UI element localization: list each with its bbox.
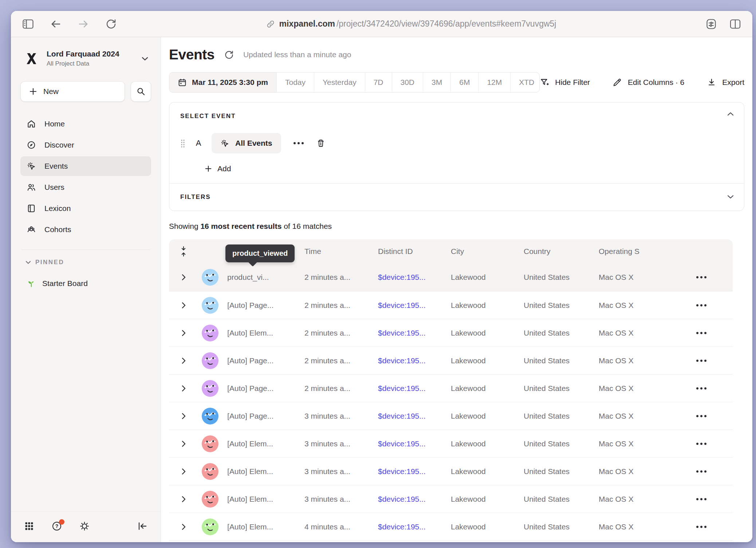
row-actions-button[interactable] <box>696 360 706 362</box>
collapse-rows-icon[interactable] <box>169 246 202 257</box>
distinct-id-link[interactable]: $device:195... <box>378 439 426 448</box>
distinct-id-link[interactable]: $device:195... <box>378 384 426 392</box>
collapse-sidebar-icon[interactable] <box>137 520 148 532</box>
table-row[interactable]: [Auto] Elem... 4 minutes a... $device:19… <box>169 513 733 540</box>
sidebar-item-starter-board[interactable]: Starter Board <box>20 274 151 293</box>
reload-icon[interactable] <box>105 18 117 30</box>
range-3m[interactable]: 3M <box>423 73 450 92</box>
distinct-id-link[interactable]: $device:195... <box>378 301 426 309</box>
os-cell: Mac OS X <box>599 467 673 476</box>
trash-icon[interactable] <box>316 138 326 148</box>
distinct-id-link[interactable]: $device:195... <box>378 495 426 503</box>
search-button[interactable] <box>131 81 151 102</box>
sidebar-item-discover[interactable]: Discover <box>20 135 151 155</box>
event-selector-pill[interactable]: All Events <box>212 133 281 153</box>
row-expand-chevron[interactable] <box>169 468 202 475</box>
table-row[interactable]: [Auto] Elem... 3 minutes a... $device:19… <box>169 430 733 457</box>
row-expand-chevron[interactable] <box>169 302 202 309</box>
column-header-country[interactable]: Country <box>524 247 599 256</box>
hide-filter-button[interactable]: Hide Filter <box>540 78 590 87</box>
distinct-id-link[interactable]: $device:195... <box>378 412 426 420</box>
range-30d[interactable]: 30D <box>392 73 423 92</box>
sidebar-item-cohorts[interactable]: Cohorts <box>20 220 151 239</box>
row-actions-button[interactable] <box>696 332 706 334</box>
row-expand-chevron[interactable] <box>169 385 202 392</box>
chevron-down-icon[interactable] <box>727 195 734 199</box>
row-actions-button[interactable] <box>696 304 706 306</box>
sidebar-item-lexicon[interactable]: Lexicon <box>20 199 151 218</box>
table-row[interactable]: [Auto] Elem... 3 minutes a... $device:19… <box>169 457 733 485</box>
row-actions-button[interactable] <box>696 443 706 445</box>
events-cursor-icon <box>220 139 229 148</box>
chevron-up-icon[interactable] <box>727 112 734 116</box>
range-7d[interactable]: 7D <box>365 73 392 92</box>
browser-sidebar-toggle-icon[interactable] <box>22 18 34 30</box>
distinct-id-link[interactable]: $device:195... <box>378 329 426 337</box>
filters-section[interactable]: FILTERS <box>169 184 744 211</box>
row-expand-chevron[interactable] <box>169 329 202 337</box>
add-event-button[interactable]: Add <box>204 164 231 173</box>
distinct-id-link[interactable]: $device:195... <box>378 522 426 531</box>
table-row[interactable]: [Auto] Page... 3 minutes a... $device:19… <box>169 402 733 430</box>
range-today[interactable]: Today <box>276 73 314 92</box>
drag-handle-icon[interactable] <box>180 138 185 148</box>
project-switcher[interactable]: Lord Farquaad 2024 All Project Data <box>20 50 151 67</box>
table-row[interactable]: [Auto] Page... 2 minutes a... $device:19… <box>169 291 733 319</box>
export-button[interactable]: Export <box>707 78 744 87</box>
table-row[interactable]: [Auto] Elem... 3 minutes a... $device:19… <box>169 485 733 513</box>
new-button[interactable]: New <box>20 81 125 102</box>
sidebar-item-events[interactable]: Events <box>20 156 151 176</box>
refresh-icon[interactable] <box>224 50 234 60</box>
column-header-distinct-id[interactable]: Distinct ID <box>378 247 451 256</box>
column-header-os[interactable]: Operating S <box>599 247 673 256</box>
row-actions-button[interactable] <box>696 387 706 390</box>
row-actions-button[interactable] <box>696 526 706 528</box>
pinned-section-header[interactable]: PINNED <box>20 259 151 266</box>
event-options-button[interactable] <box>291 142 307 144</box>
table-row[interactable]: product_vi... 2 minutes a... $device:195… <box>169 263 733 291</box>
distinct-id-link[interactable]: $device:195... <box>378 467 426 475</box>
row-actions-button[interactable] <box>696 415 706 417</box>
row-actions-button[interactable] <box>696 470 706 473</box>
seedling-icon <box>26 278 36 289</box>
page-settings-icon[interactable] <box>705 18 717 30</box>
row-expand-chevron[interactable] <box>169 440 202 447</box>
url-path: /project/3472420/view/3974696/app/events… <box>336 19 556 29</box>
row-actions-button[interactable] <box>696 276 706 278</box>
table-row[interactable]: [Auto] Elem... 2 minutes a... $device:19… <box>169 319 733 347</box>
date-range-current[interactable]: Mar 11, 2025 3:30 pm <box>169 73 276 92</box>
sidebar-item-home[interactable]: Home <box>20 114 151 134</box>
url-bar[interactable]: mixpanel.com/project/3472420/view/397469… <box>117 19 705 29</box>
distinct-id-link[interactable]: $device:195... <box>378 356 426 365</box>
range-yesterday[interactable]: Yesterday <box>314 73 365 92</box>
column-header-time[interactable]: Time <box>304 247 378 256</box>
row-expand-chevron[interactable] <box>169 523 202 531</box>
back-icon[interactable] <box>50 18 62 30</box>
forward-icon[interactable] <box>77 18 90 30</box>
event-avatar-icon <box>202 491 218 508</box>
apps-grid-icon[interactable] <box>23 520 35 532</box>
select-event-label: SELECT EVENT <box>180 113 733 120</box>
os-cell: Mac OS X <box>599 412 673 420</box>
distinct-id-link[interactable]: $device:195... <box>378 273 426 281</box>
split-view-icon[interactable] <box>729 18 741 30</box>
range-xtd[interactable]: XTD <box>510 73 540 92</box>
row-actions-button[interactable] <box>696 498 706 500</box>
sidebar-item-users[interactable]: Users <box>20 177 151 197</box>
range-12m[interactable]: 12M <box>478 73 510 92</box>
column-header-city[interactable]: City <box>451 247 524 256</box>
table-row[interactable] <box>169 540 733 542</box>
help-icon[interactable]: ? <box>51 520 63 532</box>
gear-icon[interactable] <box>79 520 90 532</box>
table-row[interactable]: [Auto] Page... 2 minutes a... $device:19… <box>169 347 733 374</box>
event-avatar-icon <box>202 269 218 286</box>
range-6m[interactable]: 6M <box>450 73 478 92</box>
select-event-section: SELECT EVENT A All Events <box>169 102 744 183</box>
row-expand-chevron[interactable] <box>169 412 202 420</box>
country-cell: United States <box>524 412 599 420</box>
row-expand-chevron[interactable] <box>169 274 202 281</box>
row-expand-chevron[interactable] <box>169 496 202 503</box>
table-row[interactable]: [Auto] Page... 2 minutes a... $device:19… <box>169 374 733 402</box>
row-expand-chevron[interactable] <box>169 357 202 364</box>
edit-columns-button[interactable]: Edit Columns · 6 <box>613 78 684 87</box>
